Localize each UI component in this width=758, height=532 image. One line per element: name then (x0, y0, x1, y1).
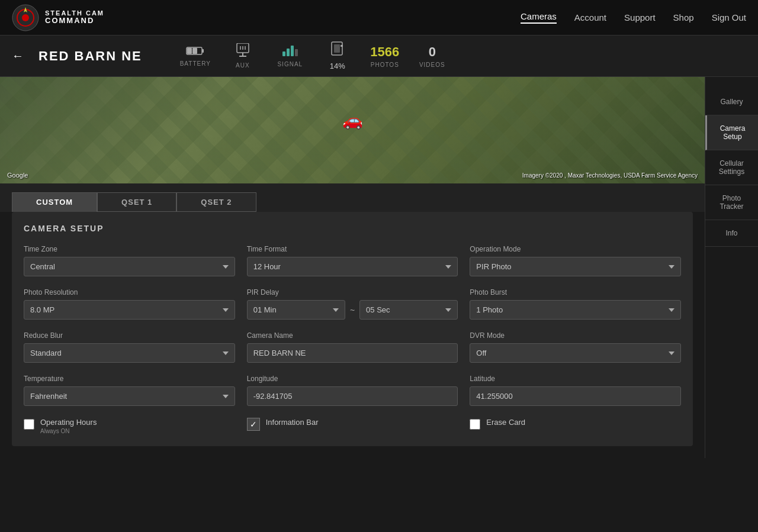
sidebar-camera-setup[interactable]: Camera Setup (705, 115, 758, 150)
nav-support[interactable]: Support (624, 12, 656, 22)
pir-delay-sec-select[interactable]: 05 Sec 10 Sec 30 Sec (359, 300, 458, 320)
longitude-group: Longitude (247, 375, 458, 406)
time-zone-label: Time Zone (24, 245, 235, 253)
storage-icon (331, 41, 344, 60)
signal-stat: SIGNAL (272, 44, 308, 67)
battery-icon (186, 45, 205, 59)
tab-qset2[interactable]: QSET 2 (176, 192, 256, 212)
photo-burst-group: Photo Burst 1 Photo 2 Photos 3 Photos (470, 288, 681, 320)
signal-icon (282, 44, 298, 59)
time-zone-group: Time Zone Central Eastern Mountain Pacif… (24, 245, 235, 276)
sidebar-gallery[interactable]: Gallery (705, 89, 758, 115)
information-bar-checkbox[interactable]: ✓ (247, 418, 260, 431)
svg-rect-16 (291, 46, 294, 56)
camera-name-group: Camera Name (247, 331, 458, 363)
right-sidebar: Gallery Camera Setup Cellular Settings P… (705, 77, 758, 458)
svg-rect-20 (341, 45, 343, 47)
map-google-logo: Google (7, 172, 28, 179)
photo-burst-label: Photo Burst (470, 288, 681, 296)
time-format-label: Time Format (247, 245, 458, 253)
photo-resolution-select[interactable]: 8.0 MP 5.0 MP 3.0 MP (24, 300, 235, 320)
svg-rect-6 (187, 48, 192, 54)
photos-label: Photos (371, 62, 399, 68)
longitude-label: Longitude (247, 375, 458, 383)
operation-mode-label: Operation Mode (470, 245, 681, 253)
tab-qset1[interactable]: QSET 1 (97, 192, 176, 212)
pir-delay-label: PIR Delay (247, 288, 458, 296)
nav-account[interactable]: Account (574, 12, 606, 22)
top-nav: STEALTH CAM COMMAND Cameras Account Supp… (0, 0, 758, 36)
map-container: 🚗 Google Imagery ©2020 , Maxar Technolog… (0, 77, 705, 183)
photo-burst-select[interactable]: 1 Photo 2 Photos 3 Photos (470, 300, 681, 320)
latitude-input[interactable] (470, 386, 681, 406)
svg-rect-19 (334, 44, 340, 53)
form-row-2: Photo Resolution 8.0 MP 5.0 MP 3.0 MP PI… (24, 288, 681, 320)
time-format-select[interactable]: 12 Hour 24 Hour (247, 257, 458, 276)
svg-rect-5 (202, 49, 204, 53)
operating-hours-checkbox[interactable] (24, 419, 34, 430)
camera-name-label: Camera Name (247, 331, 458, 340)
svg-rect-7 (192, 48, 197, 54)
operating-hours-labels: Operating Hours Always ON (40, 418, 97, 434)
erase-card-label: Erase Card (486, 418, 525, 427)
reduce-blur-group: Reduce Blur Standard High Off (24, 331, 235, 363)
pir-delay-group: PIR Delay 01 Min 02 Min 05 Min ~ 05 Sec … (247, 288, 458, 320)
tabs-row: CUSTOM QSET 1 QSET 2 (0, 183, 705, 212)
photo-resolution-group: Photo Resolution 8.0 MP 5.0 MP 3.0 MP (24, 288, 235, 320)
tab-custom[interactable]: CUSTOM (12, 192, 97, 212)
svg-rect-15 (287, 49, 290, 56)
operation-mode-select[interactable]: PIR Photo Time Lapse PIR Video (470, 257, 681, 276)
battery-label: BATTERY (180, 60, 211, 67)
svg-point-2 (22, 14, 29, 21)
latitude-group: Latitude (470, 375, 681, 406)
battery-stat: BATTERY (178, 45, 213, 67)
photo-resolution-label: Photo Resolution (24, 288, 235, 296)
information-bar-group: ✓ Information Bar (247, 418, 458, 431)
pir-delay-separator: ~ (348, 300, 357, 320)
camera-setup-panel: CAMERA SETUP Time Zone Central Eastern M… (12, 212, 693, 446)
content-wrapper: 🚗 Google Imagery ©2020 , Maxar Technolog… (0, 77, 758, 458)
operating-hours-sublabel: Always ON (40, 428, 97, 434)
operating-hours-label: Operating Hours (40, 418, 97, 427)
sidebar-cellular-settings[interactable]: Cellular Settings (705, 150, 758, 185)
longitude-input[interactable] (247, 386, 458, 406)
nav-cameras[interactable]: Cameras (521, 11, 557, 24)
aux-icon (235, 43, 251, 60)
latitude-label: Latitude (470, 375, 681, 383)
map-credit: Imagery ©2020 , Maxar Technologies, USDA… (522, 172, 698, 179)
dvr-mode-label: DVR Mode (470, 331, 681, 340)
camera-title: RED BARN NE (38, 49, 142, 64)
sidebar-info[interactable]: Info (705, 220, 758, 247)
erase-card-checkbox[interactable] (470, 419, 480, 430)
photos-stat: 1566 Photos (367, 44, 403, 68)
aux-label: AUX (236, 62, 250, 69)
time-zone-select[interactable]: Central Eastern Mountain Pacific (24, 257, 235, 276)
camera-name-input[interactable] (247, 343, 458, 363)
dvr-mode-select[interactable]: Off On (470, 343, 681, 363)
pir-delay-min-select[interactable]: 01 Min 02 Min 05 Min (247, 300, 345, 320)
svg-rect-14 (282, 51, 285, 56)
back-button[interactable]: ← (12, 49, 24, 63)
storage-stat: 14% (320, 41, 355, 70)
nav-shop[interactable]: Shop (673, 12, 694, 22)
time-format-group: Time Format 12 Hour 24 Hour (247, 245, 458, 276)
information-bar-label: Information Bar (266, 418, 319, 427)
map-pin: 🚗 (342, 111, 363, 130)
reduce-blur-select[interactable]: Standard High Off (24, 343, 235, 363)
videos-label: Videos (419, 62, 445, 68)
nav-signout[interactable]: Sign Out (712, 12, 746, 22)
svg-rect-17 (295, 49, 298, 56)
camera-header: ← RED BARN NE BATTERY AUX (0, 36, 758, 77)
brand-line2: COMMAND (45, 17, 104, 25)
temperature-group: Temperature Fahrenheit Celsius (24, 375, 235, 406)
logo-icon (12, 4, 39, 31)
checkbox-row: Operating Hours Always ON ✓ Information … (24, 418, 681, 434)
photos-count: 1566 (370, 44, 399, 60)
temperature-select[interactable]: Fahrenheit Celsius (24, 386, 235, 406)
sidebar-photo-tracker[interactable]: Photo Tracker (705, 185, 758, 220)
setup-title: CAMERA SETUP (24, 224, 681, 233)
videos-stat: 0 Videos (415, 44, 450, 68)
operating-hours-group: Operating Hours Always ON (24, 418, 235, 434)
form-row-4: Temperature Fahrenheit Celsius Longitude… (24, 375, 681, 406)
signal-label: SIGNAL (277, 61, 303, 67)
